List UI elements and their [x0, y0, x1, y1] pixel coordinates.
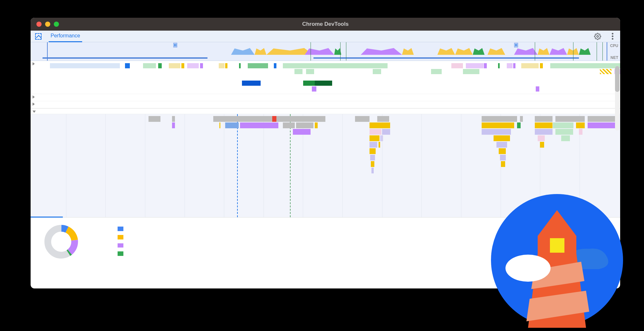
chevron-right-icon[interactable]	[33, 102, 35, 106]
flame-bar[interactable]	[355, 116, 370, 122]
flame-bar[interactable]	[496, 142, 507, 148]
network-bar[interactable]	[463, 69, 479, 74]
flame-bar[interactable]	[219, 122, 221, 128]
flame-bar[interactable]	[172, 116, 175, 122]
flame-bar[interactable]	[535, 116, 553, 122]
more-menu-icon[interactable]	[608, 32, 617, 41]
flame-bar[interactable]	[371, 168, 374, 173]
flame-bar[interactable]	[482, 122, 514, 128]
flame-bar[interactable]	[370, 148, 375, 154]
zoom-icon[interactable]	[54, 22, 59, 27]
network-bar[interactable]	[125, 63, 130, 68]
flame-bar[interactable]	[370, 155, 375, 161]
chevron-right-icon[interactable]	[33, 95, 35, 99]
flame-bar[interactable]	[553, 122, 573, 128]
flame-bar[interactable]	[482, 129, 511, 135]
network-bar[interactable]	[248, 63, 268, 68]
network-bar[interactable]	[306, 69, 314, 74]
flame-bar[interactable]	[520, 116, 523, 122]
tab-performance[interactable]: Performance	[49, 31, 82, 42]
network-bar[interactable]	[50, 63, 120, 68]
flame-bar[interactable]	[240, 122, 278, 128]
flame-bar[interactable]	[501, 161, 505, 167]
network-bar[interactable]	[507, 63, 513, 68]
flame-bar[interactable]	[540, 142, 544, 148]
network-bar[interactable]	[513, 63, 515, 68]
network-bar[interactable]	[431, 69, 442, 74]
flame-bar[interactable]	[555, 116, 585, 122]
network-bar[interactable]	[451, 63, 463, 68]
flame-bar[interactable]	[272, 116, 276, 122]
settings-icon[interactable]	[593, 32, 602, 41]
network-bar[interactable]	[373, 69, 381, 74]
flame-bar[interactable]	[370, 135, 380, 141]
network-bar[interactable]	[187, 63, 199, 68]
flame-bar[interactable]	[377, 116, 389, 122]
flame-bar[interactable]	[499, 148, 506, 154]
network-bar[interactable]	[158, 63, 162, 68]
flame-bar[interactable]	[225, 122, 239, 128]
network-bar[interactable]	[242, 81, 261, 86]
network-bar[interactable]	[466, 63, 483, 68]
network-bar[interactable]	[239, 63, 241, 68]
main-thread-track[interactable]	[31, 108, 620, 114]
flame-bar[interactable]	[588, 122, 617, 128]
flame-bar[interactable]	[370, 129, 381, 135]
flame-bar[interactable]	[482, 116, 517, 122]
flame-bar[interactable]	[380, 135, 383, 141]
flame-bar[interactable]	[293, 129, 311, 135]
flame-bar[interactable]	[494, 135, 510, 141]
network-bar[interactable]	[550, 63, 620, 68]
flame-bar[interactable]	[555, 129, 573, 135]
network-bar[interactable]	[274, 63, 276, 68]
flame-bar[interactable]	[370, 122, 390, 128]
network-bar[interactable]	[484, 63, 487, 68]
flame-bar[interactable]	[370, 142, 377, 148]
flame-bar[interactable]	[379, 142, 380, 148]
network-bar[interactable]	[143, 63, 156, 68]
flame-bar[interactable]	[283, 122, 295, 128]
network-bar[interactable]	[498, 63, 500, 68]
network-bar[interactable]	[283, 63, 388, 68]
flame-bar[interactable]	[538, 135, 545, 141]
element-select-icon[interactable]	[34, 32, 43, 41]
flame-bar[interactable]	[371, 161, 374, 167]
network-bar[interactable]	[169, 63, 180, 68]
legend-swatch	[118, 251, 123, 256]
network-bar[interactable]	[540, 63, 543, 68]
timeline-overview[interactable]: CPU NET	[31, 42, 620, 61]
network-bar[interactable]	[521, 63, 539, 68]
flame-bar[interactable]	[278, 116, 325, 122]
flame-bar[interactable]	[576, 122, 585, 128]
flame-bar[interactable]	[561, 135, 570, 141]
minimize-icon[interactable]	[45, 22, 50, 27]
flame-bar[interactable]	[535, 122, 553, 128]
flame-bar[interactable]	[296, 122, 314, 128]
chevron-down-icon[interactable]	[33, 111, 36, 113]
flame-bar[interactable]	[172, 122, 175, 128]
network-bar[interactable]	[219, 63, 225, 68]
network-tracks[interactable]	[31, 61, 620, 108]
close-icon[interactable]	[36, 22, 42, 27]
flame-bar[interactable]	[213, 116, 278, 122]
network-bar[interactable]	[200, 63, 203, 68]
flame-bar[interactable]	[500, 155, 506, 161]
flame-bar[interactable]	[588, 116, 617, 122]
chevron-right-icon[interactable]	[33, 62, 35, 65]
flame-bar[interactable]	[315, 122, 318, 128]
network-bar[interactable]	[312, 86, 316, 92]
svg-point-0	[597, 35, 599, 37]
network-bar[interactable]	[536, 86, 539, 92]
network-bar[interactable]	[315, 81, 332, 86]
flame-bar[interactable]	[579, 129, 582, 135]
network-bar[interactable]	[303, 81, 315, 86]
network-bar[interactable]	[294, 69, 303, 74]
scrollbar[interactable]	[615, 66, 620, 131]
flame-bar[interactable]	[517, 122, 521, 128]
flame-bar[interactable]	[382, 129, 390, 135]
flame-bar[interactable]	[149, 116, 160, 122]
flame-bar[interactable]	[535, 129, 553, 135]
network-bar[interactable]	[181, 63, 184, 68]
network-bar[interactable]	[225, 63, 227, 68]
network-bar[interactable]	[600, 69, 611, 74]
